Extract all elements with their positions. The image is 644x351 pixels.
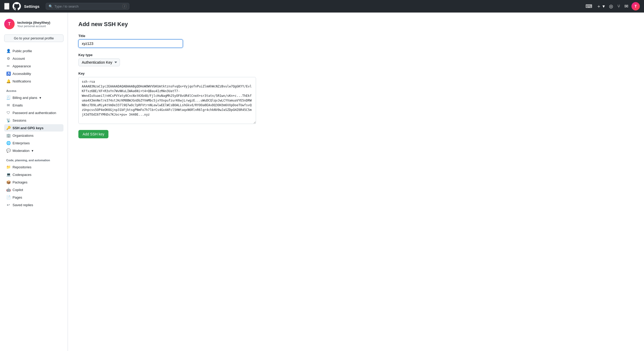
sidebar-access-nav: 🧾Billing and plans▾✉Emails🛡Password and … [4,94,63,154]
sidebar-icon-password: 🛡 [6,111,10,115]
chevron-icon-billing: ▾ [39,96,41,100]
sidebar-code-nav: 📁Repositories💻Codespaces📦Packages🤖Copilo… [4,163,63,209]
sidebar-icon-public-profile: 👤 [6,49,10,53]
sidebar-item-copilot[interactable]: 🤖Copilot [4,186,63,193]
title-input[interactable] [78,39,183,48]
sidebar-icon-account: ⚙ [6,56,10,61]
sidebar-icon-saved-replies: ↩ [6,203,10,207]
sidebar-icon-accessibility: ♿ [6,72,10,76]
sidebar-icon-enterprises: 🌐 [6,141,10,145]
key-textarea[interactable] [78,77,256,124]
sidebar-label-accessibility: Accessibility [13,72,31,76]
code-section-label: Code, planning, and automation [4,154,63,163]
go-to-profile-button[interactable]: Go to your personal profile [4,34,63,42]
sidebar-label-billing: Billing and plans [13,96,37,100]
sidebar-item-codespaces[interactable]: 💻Codespaces [4,171,63,178]
sidebar-item-sessions[interactable]: 📡Sessions [4,117,63,124]
sidebar-icon-copilot: 🤖 [6,188,10,192]
sidebar-icon-repositories: 📁 [6,165,10,169]
sidebar-label-organizations: Organizations [13,134,33,138]
sidebar-item-billing[interactable]: 🧾Billing and plans▾ [4,94,63,101]
sidebar-label-enterprises: Enterprises [13,141,30,145]
page-layout: T techninja (they/they) Your personal ac… [0,13,644,351]
sidebar-label-emails: Emails [13,103,23,107]
sidebar-item-accessibility[interactable]: ♿Accessibility [4,70,63,77]
key-label: Key [78,72,293,75]
sidebar-item-ssh-gpg[interactable]: 🔑SSH and GPG keys [4,124,63,132]
page-title: Add new SSH Key [78,21,293,28]
issues-button[interactable]: ◎ [608,2,614,10]
sidebar-label-moderation: Moderation [13,149,30,153]
sidebar-item-public-profile[interactable]: 👤Public profile [4,47,63,55]
title-form-group: Title [78,34,293,48]
github-logo [13,2,21,10]
sidebar-item-saved-replies[interactable]: ↩Saved replies [4,201,63,209]
search-shortcut: / [123,4,126,8]
sidebar-item-notifications[interactable]: 🔔Notifications [4,78,63,85]
main-content: Add new SSH Key Title Key type Authentic… [68,13,303,351]
sidebar: T techninja (they/they) Your personal ac… [0,13,68,351]
sidebar-item-pages[interactable]: 📄Pages [4,194,63,201]
sidebar-username: techninja (they/they) [17,21,50,25]
top-navigation: ☰ Settings 🔍 Type / to search / ⌨ ＋ ▾ ◎ … [0,0,644,13]
sidebar-label-packages: Packages [13,180,27,184]
inbox-button[interactable]: ✉ [623,2,629,10]
sidebar-icon-appearance: ✏ [6,64,10,68]
key-type-select[interactable]: Authentication Key Signing Key [78,58,120,66]
sidebar-label-notifications: Notifications [13,79,31,83]
sidebar-icon-sessions: 📡 [6,118,10,122]
sidebar-label-codespaces: Codespaces [13,173,31,177]
sidebar-label-ssh-gpg: SSH and GPG keys [13,126,44,130]
sidebar-item-packages[interactable]: 📦Packages [4,179,63,186]
sidebar-icon-billing: 🧾 [6,96,10,100]
sidebar-item-repositories[interactable]: 📁Repositories [4,163,63,171]
sidebar-avatar: T [4,19,15,29]
sidebar-sub: Your personal account [17,25,50,28]
key-type-form-group: Key type Authentication Key Signing Key [78,53,293,66]
sidebar-label-public-profile: Public profile [13,49,32,53]
key-form-group: Key [78,72,293,125]
sidebar-item-password[interactable]: 🛡Password and authentication [4,109,63,116]
sidebar-label-saved-replies: Saved replies [13,203,33,207]
settings-title: Settings [24,4,39,9]
sidebar-icon-packages: 📦 [6,180,10,184]
sidebar-item-moderation[interactable]: 💬Moderation▾ [4,147,63,154]
sidebar-label-copilot: Copilot [13,188,23,192]
sidebar-label-account: Account [13,57,25,61]
sidebar-label-password: Password and authentication [13,111,56,115]
sidebar-item-organizations[interactable]: 🏢Organizations [4,132,63,139]
access-section-label: Access [4,85,63,94]
key-type-label: Key type [78,53,293,57]
sidebar-item-emails[interactable]: ✉Emails [4,102,63,109]
sidebar-label-sessions: Sessions [13,118,26,122]
sidebar-main-nav: 👤Public profile⚙Account✏Appearance♿Acces… [4,47,63,85]
new-item-button[interactable]: ＋ ▾ [595,2,606,10]
sidebar-label-appearance: Appearance [13,64,31,68]
hamburger-menu[interactable]: ☰ [4,3,9,10]
add-ssh-key-button[interactable]: Add SSH key [78,130,108,138]
sidebar-icon-notifications: 🔔 [6,79,10,83]
search-icon: 🔍 [49,4,53,8]
chevron-icon-moderation: ▾ [32,149,33,153]
sidebar-icon-codespaces: 💻 [6,172,10,177]
sidebar-icon-organizations: 🏢 [6,133,10,138]
sidebar-icon-pages: 📄 [6,195,10,199]
sidebar-item-account[interactable]: ⚙Account [4,55,63,62]
sidebar-item-enterprises[interactable]: 🌐Enterprises [4,139,63,147]
sidebar-icon-ssh-gpg: 🔑 [6,126,10,130]
sidebar-item-appearance[interactable]: ✏Appearance [4,62,63,70]
user-avatar[interactable]: T [631,2,640,10]
sidebar-label-pages: Pages [13,195,22,199]
sidebar-user-info: T techninja (they/they) Your personal ac… [4,19,63,29]
terminal-button[interactable]: ⌨ [584,2,593,10]
sidebar-icon-emails: ✉ [6,103,10,107]
search-bar[interactable]: 🔍 Type / to search / [46,3,129,10]
pullrequest-button[interactable]: ⑂ [616,3,621,10]
search-placeholder: Type / to search [54,4,79,8]
topnav-right-actions: ⌨ ＋ ▾ ◎ ⑂ ✉ T [584,2,640,10]
sidebar-icon-moderation: 💬 [6,148,10,153]
sidebar-label-repositories: Repositories [13,165,31,169]
title-label: Title [78,34,293,38]
